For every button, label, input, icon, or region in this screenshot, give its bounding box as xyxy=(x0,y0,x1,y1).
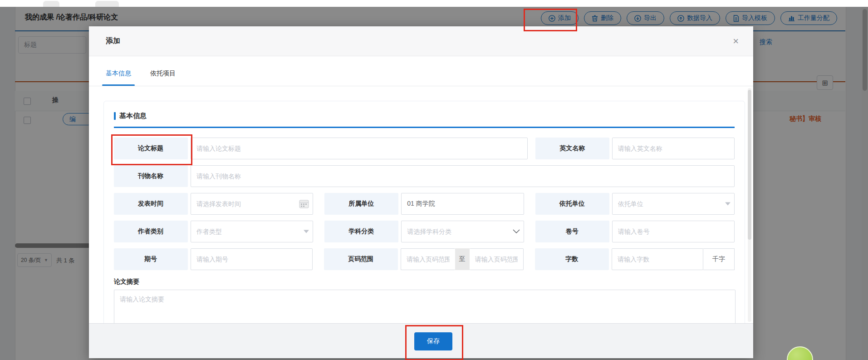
journal-name-label-text: 刊物名称 xyxy=(138,172,163,180)
field-subject: 学科分类 xyxy=(324,221,524,242)
form-row: 发表时间 所属单位 依托单位 xyxy=(114,193,735,215)
support-unit-label-text: 依托单位 xyxy=(559,200,585,208)
support-unit-label: 依托单位 xyxy=(535,193,609,215)
field-publish-date: 发表时间 xyxy=(114,193,313,215)
journal-name-label: 刊物名称 xyxy=(114,165,188,187)
word-count-input[interactable] xyxy=(612,248,703,270)
field-english-name: 英文名称 xyxy=(535,138,735,159)
page-range-to-input[interactable] xyxy=(470,248,524,270)
form-row: 刊物名称 xyxy=(114,165,735,187)
paper-title-label-text: 论文标题 xyxy=(138,144,163,153)
save-button[interactable]: 保存 xyxy=(414,332,452,350)
subject-select[interactable] xyxy=(401,221,524,242)
field-word-count: 字数 千字 xyxy=(535,248,735,270)
basic-info-card: 基本信息 论文标题 英文名称 刊物名称 xyxy=(103,101,745,323)
issue-label: 期号 xyxy=(114,248,188,270)
word-count-label: 字数 xyxy=(535,248,609,270)
unit-input[interactable] xyxy=(401,193,524,215)
dialog-title: 添加 xyxy=(106,36,729,46)
support-unit-select[interactable] xyxy=(612,193,735,215)
form-row: 作者类别 学科分类 卷号 xyxy=(114,221,735,242)
unit-label: 所属单位 xyxy=(324,193,398,215)
field-support-unit: 依托单位 xyxy=(535,193,735,215)
chevron-down-icon[interactable] xyxy=(513,229,520,234)
close-icon[interactable]: × xyxy=(729,35,742,48)
page-range-label-text: 页码范围 xyxy=(348,255,373,263)
section-title: 基本信息 xyxy=(119,112,147,120)
field-paper-title: 论文标题 xyxy=(114,138,528,159)
subject-label-text: 学科分类 xyxy=(348,227,374,236)
dialog-footer: 保存 xyxy=(89,323,753,358)
tab-basic-info[interactable]: 基本信息 xyxy=(106,69,131,86)
chevron-down-icon[interactable] xyxy=(725,202,731,206)
journal-name-input[interactable] xyxy=(191,165,735,187)
dialog-tabs: 基本信息 依托项目 xyxy=(89,56,753,86)
field-author-category: 作者类别 xyxy=(114,221,313,242)
english-name-label: 英文名称 xyxy=(535,138,609,159)
abstract-textarea[interactable] xyxy=(114,290,736,323)
publish-date-input[interactable] xyxy=(191,193,313,215)
page-range-separator: 至 xyxy=(455,248,470,270)
publish-date-label: 发表时间 xyxy=(114,193,188,215)
author-category-label: 作者类别 xyxy=(114,221,188,242)
browser-tab[interactable] xyxy=(43,1,59,7)
section-underline xyxy=(114,127,735,128)
volume-label-text: 卷号 xyxy=(566,227,579,236)
add-dialog: 添加 × 基本信息 依托项目 基本信息 论文标题 英文名称 xyxy=(89,26,753,358)
issue-input[interactable] xyxy=(191,248,313,270)
word-count-label-text: 字数 xyxy=(565,255,578,263)
field-journal-name: 刊物名称 xyxy=(114,165,735,187)
form-row: 论文标题 英文名称 xyxy=(114,138,735,159)
volume-input[interactable] xyxy=(612,221,735,242)
form-row: 期号 页码范围 至 字数 千字 xyxy=(114,248,735,270)
section-header: 基本信息 xyxy=(114,111,735,120)
word-count-unit: 千字 xyxy=(703,248,735,270)
section-accent-bar xyxy=(114,112,116,120)
page-range-from-input[interactable] xyxy=(401,248,455,270)
abstract-label: 论文摘要 xyxy=(114,278,735,286)
field-issue: 期号 xyxy=(114,248,313,270)
browser-tab-strip xyxy=(0,0,868,7)
issue-label-text: 期号 xyxy=(144,255,157,263)
author-category-select[interactable] xyxy=(191,221,313,242)
english-name-label-text: 英文名称 xyxy=(559,144,585,153)
paper-title-input[interactable] xyxy=(191,138,528,159)
field-unit: 所属单位 xyxy=(324,193,524,215)
volume-label: 卷号 xyxy=(535,221,609,242)
calendar-icon[interactable] xyxy=(299,199,309,208)
tab-supporting-project[interactable]: 依托项目 xyxy=(150,69,176,86)
unit-label-text: 所属单位 xyxy=(348,200,374,208)
dialog-header: 添加 × xyxy=(89,26,753,56)
author-category-label-text: 作者类别 xyxy=(138,227,163,236)
field-volume: 卷号 xyxy=(535,221,735,242)
modal-scrollbar-thumb[interactable] xyxy=(748,90,751,240)
field-page-range: 页码范围 至 xyxy=(324,248,524,270)
subject-label: 学科分类 xyxy=(324,221,398,242)
paper-title-label: 论文标题 xyxy=(114,138,188,159)
dialog-body: 基本信息 论文标题 英文名称 刊物名称 xyxy=(89,86,753,323)
english-name-input[interactable] xyxy=(612,138,735,159)
chevron-down-icon[interactable] xyxy=(304,230,309,233)
page-range-label: 页码范围 xyxy=(324,248,398,270)
browser-tab[interactable] xyxy=(95,1,119,7)
publish-date-label-text: 发表时间 xyxy=(138,200,163,208)
